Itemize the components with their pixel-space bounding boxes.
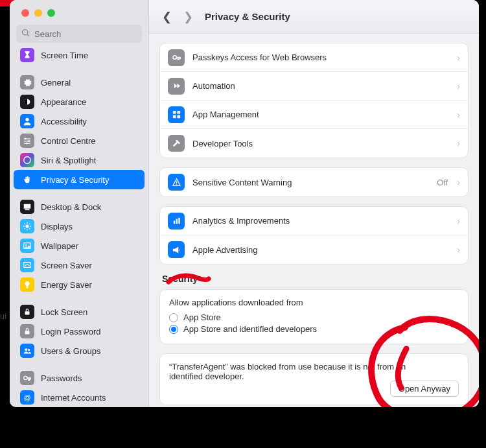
search-icon <box>21 29 30 40</box>
settings-row-label: Automation <box>192 81 449 91</box>
at-icon: @ <box>20 390 34 405</box>
settings-row-sensitive-content-warning[interactable]: Sensitive Content WarningOff› <box>160 168 468 196</box>
gear-icon <box>20 75 34 89</box>
security-heading-label: Security <box>162 274 198 284</box>
search-input[interactable] <box>34 29 137 39</box>
nav-back-button[interactable]: ❮ <box>162 10 172 24</box>
radio-button[interactable] <box>169 313 178 322</box>
zoom-window-button[interactable] <box>47 9 55 17</box>
sidebar-item-label: Privacy & Security <box>41 175 109 185</box>
settings-row-analytics-improvements[interactable]: Analytics & Improvements› <box>160 207 468 235</box>
sidebar-item-label: Screen Saver <box>41 261 92 270</box>
search-field[interactable] <box>16 25 142 43</box>
minimize-window-button[interactable] <box>34 9 42 17</box>
svg-rect-22 <box>177 115 180 118</box>
sidebar-item-label: Lock Screen <box>41 307 87 317</box>
lock-icon <box>20 305 34 319</box>
settings-group: Sensitive Content WarningOff› <box>159 167 469 197</box>
close-window-button[interactable] <box>21 9 29 17</box>
sidebar-item-screen-time[interactable]: Screen Time <box>14 45 145 65</box>
nav-forward-button[interactable]: ❯ <box>183 10 193 24</box>
appearance-icon <box>20 95 34 109</box>
svg-point-2 <box>25 138 27 140</box>
svg-rect-26 <box>176 219 177 224</box>
settings-row-label: Analytics & Improvements <box>192 216 449 226</box>
sidebar-item-appearance[interactable]: Appearance <box>14 92 145 112</box>
sidebar-item-control-centre[interactable]: Control Centre <box>14 131 145 150</box>
key-icon <box>168 49 185 66</box>
sidebar-item-privacy-security[interactable]: Privacy & Security <box>14 170 145 189</box>
megaphone-icon <box>168 241 185 258</box>
svg-rect-7 <box>25 209 30 211</box>
svg-point-4 <box>26 143 28 145</box>
siri-icon <box>20 153 34 167</box>
settings-row-apple-advertising[interactable]: Apple Advertising› <box>160 235 468 264</box>
chevron-right-icon: › <box>457 216 460 226</box>
svg-rect-25 <box>173 221 174 224</box>
warning-icon <box>168 174 185 191</box>
sidebar-item-siri-spotlight[interactable]: Siri & Spotlight <box>14 150 145 170</box>
sidebar-list: Screen TimeGeneralAppearanceAccessibilit… <box>10 45 148 407</box>
person-icon <box>20 114 34 128</box>
svg-rect-19 <box>172 111 176 114</box>
sidebar-item-accessibility[interactable]: Accessibility <box>14 112 145 131</box>
svg-point-10 <box>25 244 27 246</box>
window-controls <box>10 0 148 25</box>
settings-row-label: Developer Tools <box>192 139 449 148</box>
svg-rect-27 <box>178 218 179 224</box>
sidebar-item-label: Control Centre <box>41 136 96 146</box>
svg-point-18 <box>172 56 176 60</box>
screensaver-icon <box>20 258 34 272</box>
sidebar-item-users-groups[interactable]: Users & Groups <box>14 341 145 360</box>
sidebar-item-label: Appearance <box>41 97 86 107</box>
sidebar-item-displays[interactable]: Displays <box>14 217 145 236</box>
open-anyway-button[interactable]: Open Anyway <box>390 381 459 397</box>
settings-group: Analytics & Improvements›Apple Advertisi… <box>159 206 469 265</box>
hammer-icon <box>168 135 185 152</box>
sidebar-item-label: General <box>41 78 71 88</box>
chevron-right-icon: › <box>457 244 460 255</box>
sidebar-item-login-password[interactable]: Login Password <box>14 322 145 341</box>
allow-apps-option[interactable]: App Store <box>169 312 459 322</box>
blocked-app-panel: “TransferAgent” was blocked from use bec… <box>159 353 469 405</box>
svg-point-16 <box>24 376 27 379</box>
settings-row-automation[interactable]: Automation› <box>160 72 468 100</box>
sidebar-item-lock-screen[interactable]: Lock Screen <box>14 302 145 322</box>
svg-point-5 <box>24 157 31 164</box>
chevron-right-icon: › <box>457 110 460 120</box>
hourglass-icon <box>20 48 34 62</box>
chevron-right-icon: › <box>457 138 460 148</box>
svg-point-1 <box>25 118 29 121</box>
settings-row-passkeys-access-for-web-browsers[interactable]: Passkeys Access for Web Browsers› <box>160 43 468 72</box>
sidebar-item-internet-accounts[interactable]: @Internet Accounts <box>14 388 145 407</box>
sidebar-item-general[interactable]: General <box>14 73 145 92</box>
sidebar-item-label: Displays <box>41 222 73 231</box>
hand-icon <box>20 172 34 187</box>
settings-row-label: Passkeys Access for Web Browsers <box>192 53 449 62</box>
sidebar-item-wallpaper[interactable]: Wallpaper <box>14 236 145 255</box>
sidebar-separator <box>10 294 148 302</box>
dock-icon <box>20 200 34 214</box>
chevron-right-icon: › <box>457 81 460 91</box>
sidebar-item-energy-saver[interactable]: Energy Saver <box>14 275 145 294</box>
radio-button[interactable] <box>169 325 178 334</box>
radio-label: App Store and identified developers <box>183 324 317 334</box>
allow-apps-option[interactable]: App Store and identified developers <box>169 324 459 334</box>
svg-point-8 <box>25 224 29 228</box>
lock-icon <box>20 324 34 338</box>
settings-row-app-management[interactable]: App Management› <box>160 100 468 129</box>
sidebar-item-passwords[interactable]: Passwords <box>14 368 145 388</box>
sidebar-item-label: Screen Time <box>41 51 88 60</box>
sidebar-item-desktop-dock[interactable]: Desktop & Dock <box>14 197 145 217</box>
sidebar-item-screen-saver[interactable]: Screen Saver <box>14 255 145 275</box>
sidebar: Screen TimeGeneralAppearanceAccessibilit… <box>10 0 149 407</box>
settings-group: Passkeys Access for Web Browsers›Automat… <box>159 43 469 158</box>
sidebar-item-label: Energy Saver <box>41 280 92 290</box>
apps-icon <box>168 106 185 123</box>
svg-point-15 <box>28 349 30 351</box>
sidebar-item-label: Wallpaper <box>41 241 78 251</box>
forward-icon <box>168 78 185 95</box>
svg-text:@: @ <box>24 394 31 401</box>
settings-row-developer-tools[interactable]: Developer Tools› <box>160 129 468 158</box>
settings-row-label: Sensitive Content Warning <box>192 178 429 187</box>
